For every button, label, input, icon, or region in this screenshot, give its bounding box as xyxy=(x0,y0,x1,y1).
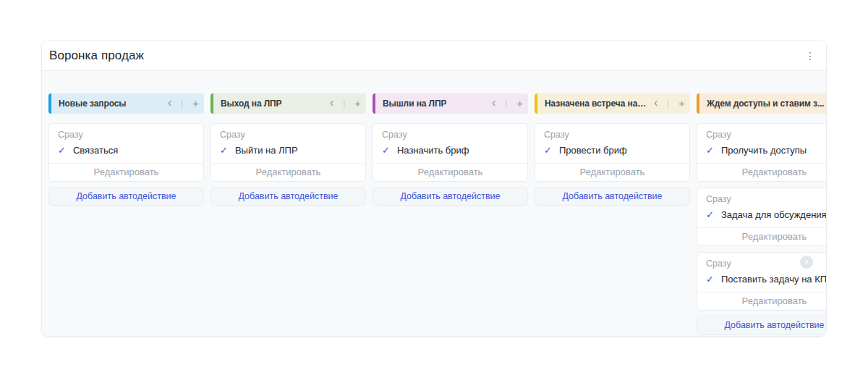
panel-kebab-menu-icon[interactable]: ⋮ xyxy=(803,51,817,61)
column-cards: Сразу › ✓ Назначить бриф Редактировать xyxy=(373,123,528,182)
column-accent-bar xyxy=(373,93,375,114)
task-row: ✓ Провести бриф xyxy=(544,145,681,156)
card-body: Сразу › ✓ Выйти на ЛПР xyxy=(211,124,365,163)
column-menu-icon[interactable]: ⋮ xyxy=(340,100,348,108)
check-icon: ✓ xyxy=(544,145,552,156)
task-row: ✓ Поставить задачу на КП xyxy=(706,274,827,285)
chevron-right-icon[interactable]: › xyxy=(800,256,813,269)
edit-button[interactable]: Редактировать xyxy=(211,163,365,181)
add-autoaction-button[interactable]: Добавить автодействие xyxy=(697,316,827,335)
funnel-column: Ждем доступы и ставим з... ‹ ⋮ + Сразу ›… xyxy=(697,93,827,335)
task-row: ✓ Задача для обсуждения КП xyxy=(706,209,827,221)
column-cards: Сразу › ✓ Провести бриф Редактировать xyxy=(535,123,690,182)
collapse-column-icon[interactable]: ‹ xyxy=(492,97,495,109)
trigger-label: Сразу xyxy=(544,130,681,140)
column-title: Вышли на ЛПР xyxy=(383,98,446,109)
edit-button[interactable]: Редактировать xyxy=(535,163,689,181)
task-label: Задача для обсуждения КП xyxy=(721,209,827,221)
column-header[interactable]: Выход на ЛПР ‹ ⋮ + xyxy=(210,93,366,114)
check-icon: ✓ xyxy=(58,145,66,156)
panel-header: Воронка продаж ⋮ xyxy=(42,41,826,71)
autoaction-card[interactable]: Сразу › ✓ Пролучить доступы Редактироват… xyxy=(697,123,827,182)
add-autoaction-button[interactable]: Добавить автодействие xyxy=(210,187,366,206)
edit-button[interactable]: Редактировать xyxy=(49,163,203,181)
column-menu-icon[interactable]: ⋮ xyxy=(178,100,186,108)
column-accent-bar xyxy=(535,93,537,114)
column-header[interactable]: Ждем доступы и ставим з... ‹ ⋮ + xyxy=(697,93,827,114)
card-body: Сразу › ✓ Поставить задачу на КП xyxy=(697,253,827,292)
column-header[interactable]: Вышли на ЛПР ‹ ⋮ + xyxy=(373,93,528,114)
collapse-column-icon[interactable]: ‹ xyxy=(654,97,658,109)
column-cards: Сразу › ✓ Пролучить доступы Редактироват… xyxy=(697,123,827,311)
add-autoaction-button[interactable]: Добавить автодействие xyxy=(535,187,690,206)
add-autoaction-button[interactable]: Добавить автодействие xyxy=(48,187,204,206)
trigger-label: Сразу xyxy=(706,194,827,205)
task-row: ✓ Выйти на ЛПР xyxy=(220,145,357,156)
add-card-icon[interactable]: + xyxy=(192,98,199,109)
trigger-label: Сразу xyxy=(58,130,195,140)
column-accent-bar xyxy=(48,93,51,114)
task-label: Провести бриф xyxy=(559,145,627,156)
funnel-column: Вышли на ЛПР ‹ ⋮ + Сразу › ✓ Назначить б… xyxy=(373,93,528,206)
sales-funnel-panel: Воронка продаж ⋮ Новые запросы ‹ ⋮ + Сра… xyxy=(41,40,827,337)
check-icon: ✓ xyxy=(706,274,714,285)
column-cards: Сразу › ✓ Выйти на ЛПР Редактировать xyxy=(210,123,366,182)
kanban-board: Новые запросы ‹ ⋮ + Сразу › ✓ Связаться … xyxy=(42,71,826,337)
autoaction-card[interactable]: Сразу › ✓ Назначить бриф Редактировать xyxy=(373,123,528,182)
autoaction-card[interactable]: Сразу › ✓ Задача для обсуждения КП Редак… xyxy=(697,188,827,246)
add-card-icon[interactable]: + xyxy=(516,98,523,109)
edit-button[interactable]: Редактировать xyxy=(697,163,827,181)
column-menu-icon[interactable]: ⋮ xyxy=(664,100,672,108)
card-body: Сразу › ✓ Пролучить доступы xyxy=(697,124,827,163)
funnel-column: Новые запросы ‹ ⋮ + Сразу › ✓ Связаться … xyxy=(48,93,204,206)
trigger-label: Сразу xyxy=(382,130,519,140)
edit-button[interactable]: Редактировать xyxy=(373,163,527,181)
funnel-column: Назначена встреча на бриф ‹ ⋮ + Сразу › … xyxy=(535,93,690,206)
add-autoaction-button[interactable]: Добавить автодействие xyxy=(373,187,528,206)
column-header[interactable]: Новые запросы ‹ ⋮ + xyxy=(48,93,204,114)
page-title: Воронка продаж xyxy=(49,49,144,63)
card-body: Сразу › ✓ Назначить бриф xyxy=(373,124,527,163)
task-row: ✓ Назначить бриф xyxy=(382,145,519,156)
card-body: Сразу › ✓ Связаться xyxy=(49,124,203,163)
column-header[interactable]: Назначена встреча на бриф ‹ ⋮ + xyxy=(535,93,690,114)
card-body: Сразу › ✓ Провести бриф xyxy=(535,124,689,163)
autoaction-card[interactable]: Сразу › ✓ Связаться Редактировать xyxy=(48,123,204,182)
trigger-label: Сразу xyxy=(706,130,827,140)
column-menu-icon[interactable]: ⋮ xyxy=(502,100,510,108)
task-label: Поставить задачу на КП xyxy=(721,274,827,285)
column-cards: Сразу › ✓ Связаться Редактировать xyxy=(48,123,204,182)
task-row: ✓ Связаться xyxy=(58,145,195,156)
task-label: Связаться xyxy=(73,145,118,156)
column-title: Выход на ЛПР xyxy=(221,98,282,109)
edit-button[interactable]: Редактировать xyxy=(697,227,827,245)
autoaction-card[interactable]: Сразу › ✓ Выйти на ЛПР Редактировать xyxy=(210,123,366,182)
funnel-column: Выход на ЛПР ‹ ⋮ + Сразу › ✓ Выйти на ЛП… xyxy=(210,93,366,206)
column-title: Новые запросы xyxy=(59,98,126,109)
check-icon: ✓ xyxy=(220,145,228,156)
autoaction-card[interactable]: Сразу › ✓ Провести бриф Редактировать xyxy=(535,123,690,182)
add-card-icon[interactable]: + xyxy=(354,98,361,109)
task-label: Выйти на ЛПР xyxy=(235,145,298,156)
task-row: ✓ Пролучить доступы xyxy=(706,145,827,156)
autoaction-card[interactable]: Сразу › ✓ Поставить задачу на КП Редакти… xyxy=(697,252,827,311)
add-card-icon[interactable]: + xyxy=(678,98,685,109)
column-title: Ждем доступы и ставим з... xyxy=(707,98,825,109)
trigger-label: Сразу xyxy=(220,130,357,140)
card-body: Сразу › ✓ Задача для обсуждения КП xyxy=(697,188,827,227)
collapse-column-icon[interactable]: ‹ xyxy=(168,97,171,109)
column-accent-bar xyxy=(210,93,213,114)
collapse-column-icon[interactable]: ‹ xyxy=(330,97,333,109)
edit-button[interactable]: Редактировать xyxy=(697,292,827,310)
check-icon: ✓ xyxy=(382,145,390,156)
task-label: Пролучить доступы xyxy=(721,145,807,156)
check-icon: ✓ xyxy=(706,209,714,221)
column-accent-bar xyxy=(697,93,699,114)
column-title: Назначена встреча на бриф xyxy=(545,98,648,109)
task-label: Назначить бриф xyxy=(397,145,469,156)
check-icon: ✓ xyxy=(706,145,714,156)
